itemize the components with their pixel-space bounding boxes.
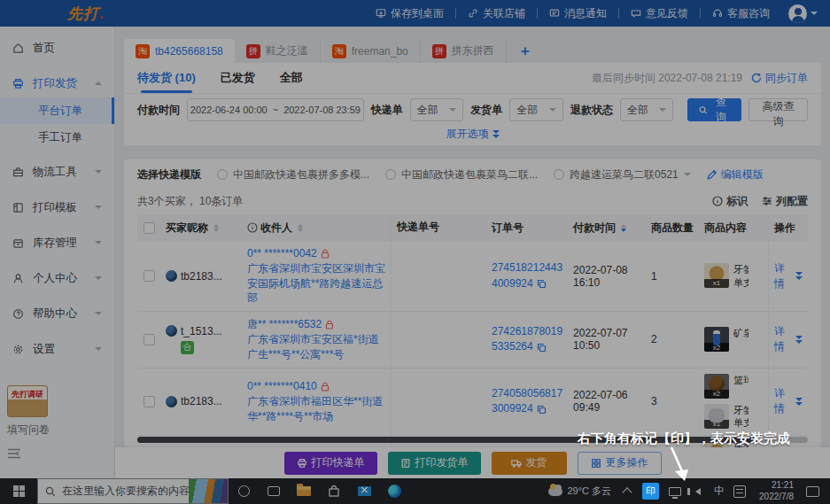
topbar-support[interactable]: 客服咨询 xyxy=(701,0,781,27)
product-image: x1 xyxy=(704,404,729,429)
topbar-link-stores[interactable]: 关联店铺 xyxy=(456,0,537,27)
tracking-cell xyxy=(391,241,486,311)
store-tab-1[interactable]: 拼 鞋之泛滥 xyxy=(235,39,321,63)
sort-icon xyxy=(298,224,303,232)
survey-link[interactable]: 填写问卷 xyxy=(7,423,105,438)
store-tab-0[interactable]: 淘 tb4265668158 xyxy=(124,39,235,63)
buyer-cell: tb2183... xyxy=(160,265,242,288)
chevron-up-icon xyxy=(95,81,102,85)
collapse-sidebar-icon[interactable] xyxy=(7,448,21,459)
truck-icon xyxy=(511,458,522,469)
hidden-icons-chevron[interactable] xyxy=(622,487,632,497)
date-range-input[interactable]: 2022-06-24 00:00 ~ 2022-07-08 23:59 xyxy=(187,98,364,121)
col-payment-time[interactable]: 付款时间 xyxy=(568,215,646,241)
col-action: 操作 xyxy=(768,214,808,241)
store-bag-icon xyxy=(328,485,340,497)
col-quantity: 商品数量 xyxy=(646,215,699,241)
topbar-notifications[interactable]: 消息通知 xyxy=(538,0,618,27)
person-icon xyxy=(12,273,24,284)
mail-button[interactable] xyxy=(349,478,379,504)
copy-icon[interactable] xyxy=(537,343,547,353)
detail-link[interactable]: 详情 xyxy=(774,324,803,354)
tab-pending-ship[interactable]: 待发货 (10) xyxy=(137,63,196,93)
sidebar-item-manual-orders[interactable]: 手工订单 xyxy=(0,124,114,151)
detail-link[interactable]: 详情 xyxy=(774,386,803,416)
ship-button[interactable]: 发货 xyxy=(492,452,567,475)
link-icon xyxy=(468,8,478,19)
detail-link[interactable]: 详情 xyxy=(774,261,803,291)
product-image: x2 xyxy=(704,374,729,399)
col-recipient[interactable]: 收件人 xyxy=(242,215,391,241)
express-sheet-select[interactable]: 全部 xyxy=(410,98,464,121)
taskbar-weather[interactable]: 29°C 多云 xyxy=(541,485,618,498)
topbar-save-desktop[interactable]: 保存到桌面 xyxy=(364,0,455,27)
select-all-checkbox[interactable] xyxy=(137,217,160,239)
start-button[interactable] xyxy=(0,478,37,504)
sidebar-item-logistics-tools[interactable]: 物流工具 xyxy=(0,158,114,186)
chevron-down-icon xyxy=(95,170,102,174)
refund-status-select[interactable]: 全部 xyxy=(620,98,674,121)
search-button[interactable]: 查询 xyxy=(687,98,741,121)
template-option-0[interactable]: 中国邮政快递包裹拼多多模... xyxy=(217,167,369,182)
sidebar-item-print-templates[interactable]: 打印模板 xyxy=(0,193,114,221)
sidebar-item-settings[interactable]: 设置 xyxy=(0,335,114,363)
order-tabs-card: 待发货 (10) 已发货 全部 最后同步时间 2022-07-08 21:19 … xyxy=(124,63,821,145)
box-icon xyxy=(12,237,24,249)
row-checkbox[interactable] xyxy=(137,329,160,351)
taskbar-clock[interactable]: 21:21 2022/7/8 xyxy=(750,480,803,502)
template-option-2[interactable]: 跨越速运菜鸟二联0521 xyxy=(554,167,691,182)
recipient-cell: 0** *******0410 广东省深圳市福田区华**街道华**路****号*… xyxy=(242,374,391,429)
sync-orders-button[interactable]: 同步订单 xyxy=(751,71,808,86)
sidebar-item-home[interactable]: 首页 xyxy=(0,34,114,62)
ime-language-indicator[interactable]: 中 xyxy=(710,484,729,499)
sidebar-item-personal-center[interactable]: 个人中心 xyxy=(0,264,114,292)
copy-icon[interactable] xyxy=(537,405,547,415)
cortana-button[interactable] xyxy=(229,478,259,504)
sidebar-item-platform-orders[interactable]: 平台订单 xyxy=(0,97,114,124)
user-avatar[interactable] xyxy=(788,4,818,23)
file-explorer-button[interactable] xyxy=(289,478,319,504)
tab-shipped[interactable]: 已发货 xyxy=(221,63,255,93)
more-actions-button[interactable]: 更多操作 xyxy=(578,452,662,475)
search-highlight-image[interactable] xyxy=(189,479,228,503)
col-buyer[interactable]: 买家昵称 xyxy=(160,215,242,241)
taskbar-search-input[interactable]: 在这里输入你要搜索的内容 xyxy=(37,478,229,504)
task-view-icon xyxy=(268,486,280,496)
print-component-tray-icon[interactable]: 印 xyxy=(642,483,659,500)
tab-all[interactable]: 全部 xyxy=(280,63,303,93)
ime-grid-icon[interactable] xyxy=(733,485,746,498)
row-checkbox[interactable] xyxy=(137,265,160,287)
topbar-feedback[interactable]: 意见反馈 xyxy=(619,0,700,27)
survey-widget[interactable]: 先打调研 填写问卷 xyxy=(7,385,105,459)
print-dispatch-button[interactable]: 打印发货单 xyxy=(388,452,481,475)
feedback-icon xyxy=(631,8,641,19)
edit-template-link[interactable]: 编辑模版 xyxy=(707,167,764,182)
print-express-button[interactable]: 打印快递单 xyxy=(284,452,377,475)
sidebar-item-print-ship[interactable]: 打印发货 xyxy=(0,69,114,97)
mark-link[interactable]: 标识 xyxy=(712,194,748,209)
advanced-search-button[interactable]: 高级查询 xyxy=(749,98,808,121)
orders-card: 选择快递模版 中国邮政快递包裹拼多多模... 中国邮政快递包裹菜鸟二联... 跨… xyxy=(124,159,821,447)
sidebar-item-inventory[interactable]: 库存管理 xyxy=(0,229,114,257)
template-option-1[interactable]: 中国邮政快递包裹菜鸟二联... xyxy=(385,167,538,182)
action-center-icon[interactable] xyxy=(806,486,819,497)
dispatch-sheet-select[interactable]: 全部 xyxy=(509,98,563,121)
copy-icon[interactable] xyxy=(537,279,547,289)
expand-options-link[interactable]: 展开选项 xyxy=(124,126,821,145)
column-config-link[interactable]: 列配置 xyxy=(762,194,808,209)
taobao-icon: 淘 xyxy=(136,44,150,58)
action-cell: 详情 xyxy=(768,368,808,436)
lock-icon xyxy=(325,320,334,330)
store-tab-3[interactable]: 拼 拼东拼西 xyxy=(421,39,507,63)
dispatch-sheet-label: 发货单 xyxy=(470,103,502,118)
sidebar-item-help-center[interactable]: 帮助中心 xyxy=(0,299,114,328)
microsoft-store-button[interactable] xyxy=(319,478,349,504)
row-checkbox[interactable] xyxy=(137,391,160,413)
add-store-button[interactable]: + xyxy=(507,43,544,60)
bottom-action-bar: 打印快递单 打印发货单 发货 更多操作 xyxy=(115,447,830,478)
store-tab-2[interactable]: 淘 freeman_bo xyxy=(321,39,421,63)
task-view-button[interactable] xyxy=(259,478,289,504)
express-sheet-label: 快递单 xyxy=(371,103,403,118)
action-cell: 详情 xyxy=(768,312,808,367)
edge-button[interactable] xyxy=(379,478,409,504)
